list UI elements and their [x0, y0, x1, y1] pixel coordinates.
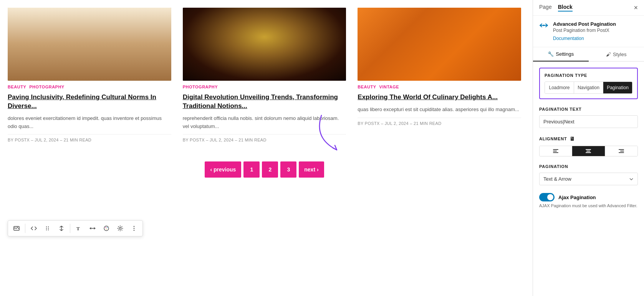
panel-content: PAGINATION TYPE Loadmore Navigation Pagi…: [533, 62, 644, 215]
post-card-1: BEAUTY PHOTOGRAPHY Paving Inclusivity, R…: [8, 8, 171, 142]
category-photography[interactable]: PHOTOGRAPHY: [29, 85, 64, 89]
post-excerpt-2: reprehenderit officia nulla nobis. sint …: [183, 115, 346, 131]
post-title-1[interactable]: Paving Inclusivity, Redefining Cultural …: [8, 93, 171, 111]
settings-icon: 🔧: [548, 51, 554, 57]
tab-styles[interactable]: 🖌 Styles: [589, 47, 644, 61]
svg-point-3: [46, 229, 47, 230]
alignment-responsive-icon: 🖥: [570, 136, 575, 142]
block-info-text: Advanced Post Pagination Post Pagination…: [553, 21, 638, 42]
svg-point-13: [134, 226, 135, 227]
tab-settings[interactable]: 🔧 Settings: [533, 47, 589, 62]
svg-point-1: [46, 226, 47, 227]
sidebar-page-block-tabs: Page Block: [539, 4, 573, 12]
post-title-3[interactable]: Exploring The World Of Culinary Delights…: [358, 93, 521, 102]
pagination-type-buttons: Loadmore Navigation Pagination: [545, 81, 632, 94]
pagination-type-label: PAGINATION TYPE: [545, 73, 632, 78]
post-excerpt-3: quas libero excepturi est sit cupiditate…: [358, 106, 521, 114]
ajax-pagination-desc: AJAX Pagination must be used with Advanc…: [539, 203, 638, 209]
sidebar-header: Page Block ×: [533, 0, 644, 16]
post-image-2: [183, 8, 346, 81]
block-description: Post Pagination from PostX: [553, 28, 638, 33]
svg-point-9: [105, 227, 106, 228]
more-options-button[interactable]: [128, 222, 140, 234]
post-meta-1: BY POSTX – JUL 2, 2024 – 21 MIN READ: [8, 134, 171, 142]
post-excerpt-1: dolores eveniet exercitationem id impedi…: [8, 115, 171, 131]
pagination-text-label: PAGINATION TEXT: [539, 107, 638, 111]
svg-point-16: [543, 25, 545, 26]
post-categories-1: BEAUTY PHOTOGRAPHY: [8, 85, 171, 89]
svg-point-14: [134, 228, 135, 229]
post-categories-2: PHOTOGRAPHY: [183, 85, 346, 89]
post-image-3: [358, 8, 521, 81]
image-view-button[interactable]: [10, 222, 23, 234]
post-categories-3: BEAUTY VINTAGE: [358, 85, 521, 89]
move-button[interactable]: [55, 222, 68, 234]
pagination-text-input[interactable]: [539, 115, 638, 128]
align-right-icon: [619, 149, 624, 153]
close-sidebar-button[interactable]: ×: [634, 4, 638, 11]
category-vintage[interactable]: VINTAGE: [379, 85, 399, 89]
svg-point-12: [119, 228, 121, 229]
page-1-button[interactable]: 1: [243, 161, 260, 178]
next-button[interactable]: next ›: [299, 161, 324, 178]
ajax-toggle-row: Ajax Pagination: [539, 193, 638, 201]
styles-tab-label: Styles: [613, 52, 626, 57]
width-button[interactable]: [86, 222, 99, 234]
align-center-button[interactable]: [572, 146, 604, 156]
ajax-pagination-label: Ajax Pagination: [558, 195, 596, 200]
post-meta-2: BY POSTX – JUL 2, 2024 – 21 MIN READ: [183, 134, 346, 142]
toolbar-divider-1: [25, 224, 25, 233]
pagination-style-select[interactable]: Text & Arrow Numbers Dots: [539, 173, 638, 185]
svg-point-6: [48, 229, 49, 230]
sidebar: Page Block × Advanced Post Pagination Po…: [533, 0, 644, 296]
styles-icon: 🖌: [606, 52, 611, 57]
align-left-button[interactable]: [540, 146, 572, 156]
tab-block[interactable]: Block: [558, 4, 573, 12]
block-info-section: Advanced Post Pagination Post Pagination…: [533, 16, 644, 47]
previous-button[interactable]: ‹ previous: [205, 161, 241, 178]
category-photography-2[interactable]: PHOTOGRAPHY: [183, 85, 218, 89]
posts-grid: BEAUTY PHOTOGRAPHY Paving Inclusivity, R…: [8, 8, 521, 142]
type-loadmore-button[interactable]: Loadmore: [545, 82, 574, 93]
align-center-icon: [586, 149, 591, 153]
svg-text:T: T: [76, 226, 80, 231]
align-left-icon: [553, 149, 558, 153]
post-card-2: PHOTOGRAPHY Digital Revolution Unveiling…: [183, 8, 346, 142]
svg-point-4: [48, 226, 49, 227]
svg-point-8: [104, 226, 109, 231]
main-content: BEAUTY PHOTOGRAPHY Paving Inclusivity, R…: [0, 0, 533, 296]
block-toolbar: T: [8, 220, 143, 236]
type-pagination-button[interactable]: Pagination: [603, 82, 632, 93]
post-meta-3: BY POSTX – JUL 2, 2024 – 21 MIN READ: [358, 118, 521, 126]
alignment-buttons: [539, 146, 638, 156]
post-title-2[interactable]: Digital Revolution Unveiling Trends, Tra…: [183, 93, 346, 111]
svg-point-10: [107, 227, 108, 228]
category-beauty[interactable]: BEAUTY: [8, 85, 26, 89]
pagination-style-section: PAGINATION Text & Arrow Numbers Dots: [539, 164, 638, 185]
svg-point-2: [46, 228, 47, 229]
block-name: Advanced Post Pagination: [553, 21, 638, 27]
documentation-link[interactable]: Documentation: [553, 36, 584, 41]
block-icon: [539, 22, 548, 31]
drag-handle-button[interactable]: [41, 222, 54, 234]
pagination-type-section: PAGINATION TYPE Loadmore Navigation Pagi…: [539, 68, 638, 99]
text-transform-button[interactable]: T: [73, 222, 85, 234]
svg-point-11: [106, 229, 107, 229]
palette-button[interactable]: [100, 222, 113, 234]
ajax-pagination-section: Ajax Pagination AJAX Pagination must be …: [539, 193, 638, 209]
type-navigation-button[interactable]: Navigation: [574, 82, 603, 93]
svg-point-15: [134, 230, 135, 231]
svg-point-5: [48, 228, 49, 229]
pagination-text-section: PAGINATION TEXT: [539, 107, 638, 128]
alignment-section: ALIGNMENT 🖥: [539, 136, 638, 156]
page-2-button[interactable]: 2: [262, 161, 278, 178]
ajax-pagination-toggle[interactable]: [539, 193, 555, 201]
block-settings-button[interactable]: [114, 222, 126, 234]
pagination-bar: ‹ previous 1 2 3 next ›: [8, 154, 521, 181]
post-image-1: [8, 8, 171, 81]
tab-page[interactable]: Page: [539, 4, 552, 12]
code-button[interactable]: [28, 222, 40, 234]
category-beauty-3[interactable]: BEAUTY: [358, 85, 376, 89]
align-right-button[interactable]: [605, 146, 637, 156]
page-3-button[interactable]: 3: [280, 161, 296, 178]
